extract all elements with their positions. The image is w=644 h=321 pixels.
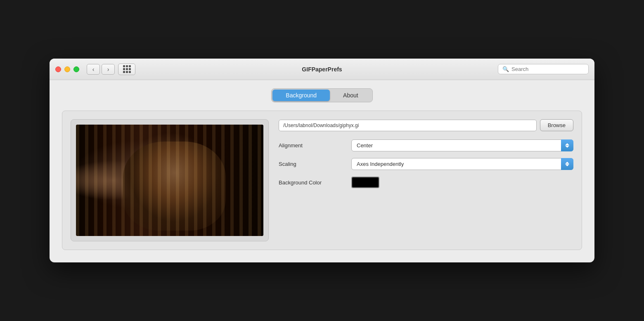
forward-button[interactable]: ›: [102, 64, 115, 75]
tab-about[interactable]: About: [330, 90, 372, 101]
gif-preview-container: [71, 119, 269, 241]
scaling-label: Scaling: [279, 161, 345, 167]
alignment-select-wrapper: Center Top Left Top Right Bottom Left Bo…: [351, 139, 573, 151]
settings-panel: /Users/labnol/Downloads/giphyx.gi Browse…: [62, 111, 582, 250]
bg-color-row: Background Color: [279, 177, 573, 188]
back-icon: ‹: [92, 66, 95, 73]
search-input[interactable]: [511, 66, 584, 72]
alignment-select[interactable]: Center Top Left Top Right Bottom Left Bo…: [351, 139, 573, 151]
scaling-select[interactable]: Axes Independently Proportionally Fill S…: [351, 158, 573, 170]
maximize-button[interactable]: [73, 66, 79, 72]
app-window: ‹ › GIFPaperPrefs 🔍 Background About: [50, 59, 594, 262]
forward-icon: ›: [107, 66, 109, 73]
back-button[interactable]: ‹: [87, 64, 100, 75]
file-row: /Users/labnol/Downloads/giphyx.gi Browse: [279, 119, 573, 131]
preview-content: [123, 142, 226, 231]
bg-color-swatch[interactable]: [351, 177, 379, 188]
window-title: GIFPaperPrefs: [302, 66, 342, 73]
alignment-label: Alignment: [279, 142, 345, 149]
grid-icon: [123, 65, 131, 73]
bg-color-label: Background Color: [279, 179, 345, 186]
settings-section: /Users/labnol/Downloads/giphyx.gi Browse…: [279, 119, 573, 241]
grid-view-button[interactable]: [118, 64, 135, 75]
file-path-display: /Users/labnol/Downloads/giphyx.gi: [279, 120, 537, 131]
minimize-button[interactable]: [64, 66, 70, 72]
color-swatch-wrapper: [351, 177, 379, 188]
close-button[interactable]: [55, 66, 61, 72]
search-icon: 🔍: [502, 66, 509, 72]
tab-bar: Background About: [62, 88, 582, 102]
search-bar[interactable]: 🔍: [498, 64, 589, 74]
traffic-lights: [55, 66, 79, 72]
content-area: Background About /Users/labnol/Downloads…: [50, 80, 594, 262]
titlebar: ‹ › GIFPaperPrefs 🔍: [50, 59, 594, 80]
scaling-select-wrapper: Axes Independently Proportionally Fill S…: [351, 158, 573, 170]
tab-background[interactable]: Background: [272, 90, 330, 101]
tab-group: Background About: [271, 88, 372, 102]
gif-preview: [76, 125, 263, 236]
nav-buttons: ‹ ›: [87, 64, 115, 75]
scaling-row: Scaling Axes Independently Proportionall…: [279, 158, 573, 170]
alignment-row: Alignment Center Top Left Top Right Bott…: [279, 139, 573, 151]
browse-button[interactable]: Browse: [540, 119, 573, 131]
